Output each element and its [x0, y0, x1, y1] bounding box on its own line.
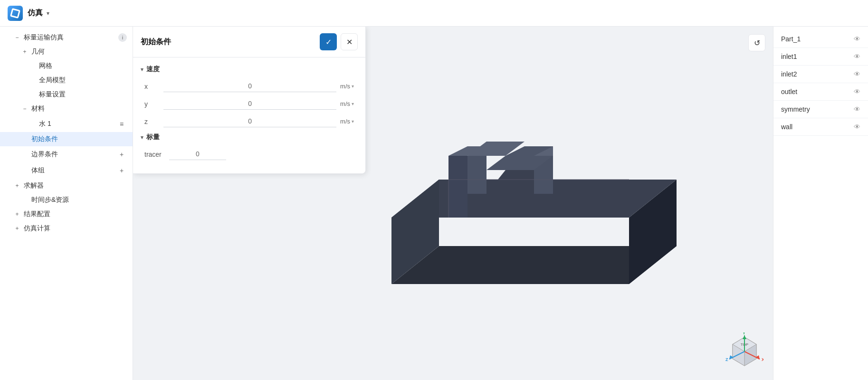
app-title: 仿真 [28, 8, 43, 18]
velocity-chevron: ▾ [141, 66, 143, 73]
part1-label: Part_1 [781, 35, 854, 43]
expand-icon: + [21, 48, 29, 55]
sidebar-item-scalar-transport[interactable]: − 标量运输仿真 i [0, 30, 133, 45]
sidebar-item-time-step[interactable]: 时间步&资源 [0, 193, 133, 207]
velocity-y-input[interactable] [163, 98, 336, 110]
inlet2-eye-icon[interactable]: 👁 [854, 70, 860, 78]
collapse-icon: − [21, 105, 29, 112]
right-panel: Part_1 👁 inlet1 👁 inlet2 👁 outlet 👁 symm… [773, 27, 868, 380]
sidebar-label-boundary-conditions: 边界条件 [31, 150, 116, 159]
unit-dropdown-arrow: ▾ [352, 101, 354, 106]
info-badge: i [118, 33, 127, 42]
cancel-icon: ✕ [346, 38, 353, 47]
scalar-chevron: ▾ [141, 134, 143, 141]
svg-text:X: X [762, 357, 763, 362]
scalar-section-header[interactable]: ▾ 标量 [141, 133, 358, 142]
symmetry-label: symmetry [781, 105, 854, 113]
sidebar-label-water1: 水 1 [39, 120, 116, 128]
tracer-row: tracer [141, 148, 358, 160]
app-icon-inner [10, 8, 20, 18]
velocity-section-header[interactable]: ▾ 速度 [141, 65, 358, 74]
svg-marker-25 [743, 335, 746, 339]
panel-cancel-button[interactable]: ✕ [341, 33, 358, 50]
expand-icon: + [13, 211, 21, 218]
sidebar: − 标量运输仿真 i + 几何 网格 全局模型 标量设置 − 材料 [0, 27, 133, 380]
velocity-y-row: y m/s ▾ [141, 98, 358, 110]
velocity-x-input[interactable] [163, 80, 336, 92]
svg-text:Y: Y [743, 332, 745, 335]
inlet1-label: inlet1 [781, 53, 854, 60]
sidebar-item-mesh[interactable]: 网格 [0, 59, 133, 73]
velocity-z-unit[interactable]: m/s ▾ [340, 118, 354, 125]
x-axis-label: x [144, 83, 163, 90]
initial-conditions-panel: 初始条件 ✓ ✕ ▾ 速度 x m/ [133, 27, 366, 174]
3d-model [353, 85, 686, 322]
water1-menu-button[interactable]: ≡ [116, 119, 127, 129]
sidebar-label-sim-compute: 仿真计算 [24, 224, 127, 233]
sidebar-item-geometry[interactable]: + 几何 [0, 45, 133, 59]
sidebar-item-solver[interactable]: + 求解器 [0, 179, 133, 193]
svg-text:Z: Z [725, 357, 728, 362]
unit-dropdown-arrow: ▾ [352, 119, 354, 124]
velocity-y-unit[interactable]: m/s ▾ [340, 100, 354, 107]
inlet2-label: inlet2 [781, 70, 854, 78]
boundary-add-button[interactable]: + [116, 149, 127, 160]
inlet1-eye-icon[interactable]: 👁 [854, 53, 860, 60]
y-axis-label: y [144, 100, 163, 108]
sidebar-label-solver: 求解器 [24, 181, 127, 190]
panel-body: ▾ 速度 x m/s ▾ y m/s [133, 57, 365, 173]
outlet-label: outlet [781, 88, 854, 95]
velocity-x-unit[interactable]: m/s ▾ [340, 83, 354, 90]
panel-confirm-button[interactable]: ✓ [320, 33, 337, 50]
tracer-input[interactable] [169, 148, 226, 160]
symmetry-eye-icon[interactable]: 👁 [854, 105, 860, 113]
axis-indicator: TOP X Y Z [725, 332, 763, 370]
right-panel-item-symmetry: symmetry 👁 [773, 101, 868, 118]
sidebar-item-boundary-conditions[interactable]: 边界条件 + [0, 146, 133, 162]
main-layout: − 标量运输仿真 i + 几何 网格 全局模型 标量设置 − 材料 [0, 27, 868, 380]
sidebar-label-global-model: 全局模型 [39, 76, 127, 85]
body-add-button[interactable]: + [116, 165, 127, 176]
part1-eye-icon[interactable]: 👁 [854, 35, 860, 43]
top-bar: 仿真 ▾ [0, 0, 868, 27]
outlet-eye-icon[interactable]: 👁 [854, 88, 860, 95]
velocity-z-row: z m/s ▾ [141, 115, 358, 127]
sidebar-label-body-group: 体组 [31, 166, 116, 175]
sidebar-item-materials[interactable]: − 材料 [0, 102, 133, 116]
velocity-x-row: x m/s ▾ [141, 80, 358, 92]
app-dropdown-arrow[interactable]: ▾ [47, 10, 49, 17]
sidebar-item-initial-conditions[interactable]: 初始条件 [0, 132, 133, 146]
velocity-z-input[interactable] [163, 115, 336, 127]
refresh-icon: ↺ [754, 38, 760, 48]
right-panel-item-inlet2: inlet2 👁 [773, 66, 868, 83]
sidebar-item-water1[interactable]: 水 1 ≡ [0, 116, 133, 132]
right-panel-item-inlet1: inlet1 👁 [773, 48, 868, 66]
expand-icon: + [13, 225, 21, 232]
app-icon [8, 6, 23, 21]
sidebar-item-sim-compute[interactable]: + 仿真计算 [0, 221, 133, 236]
sidebar-label-time-step: 时间步&资源 [31, 196, 127, 204]
unit-label: m/s [340, 118, 350, 125]
center-area: ↺ TOP X [133, 27, 773, 380]
svg-marker-5 [467, 156, 486, 194]
sidebar-label-initial-conditions: 初始条件 [31, 135, 127, 143]
svg-marker-6 [448, 156, 467, 218]
sidebar-label-materials: 材料 [31, 104, 127, 113]
scalar-label: 标量 [146, 133, 160, 142]
tracer-label: tracer [144, 151, 162, 158]
panel-header: 初始条件 ✓ ✕ [133, 27, 365, 57]
sidebar-label-mesh: 网格 [39, 62, 127, 70]
sidebar-item-body-group[interactable]: 体组 + [0, 162, 133, 179]
collapse-icon: − [13, 34, 21, 41]
unit-label: m/s [340, 83, 350, 90]
wall-eye-icon[interactable]: 👁 [854, 123, 860, 131]
confirm-icon: ✓ [325, 38, 332, 47]
right-panel-item-part1: Part_1 👁 [773, 30, 868, 48]
sidebar-item-results-config[interactable]: + 结果配置 [0, 207, 133, 221]
sidebar-item-global-model[interactable]: 全局模型 [0, 73, 133, 87]
expand-icon: + [13, 182, 21, 189]
right-panel-item-wall: wall 👁 [773, 118, 868, 136]
refresh-button[interactable]: ↺ [748, 34, 765, 51]
sidebar-item-scalar-settings[interactable]: 标量设置 [0, 87, 133, 102]
unit-dropdown-arrow: ▾ [352, 84, 354, 89]
